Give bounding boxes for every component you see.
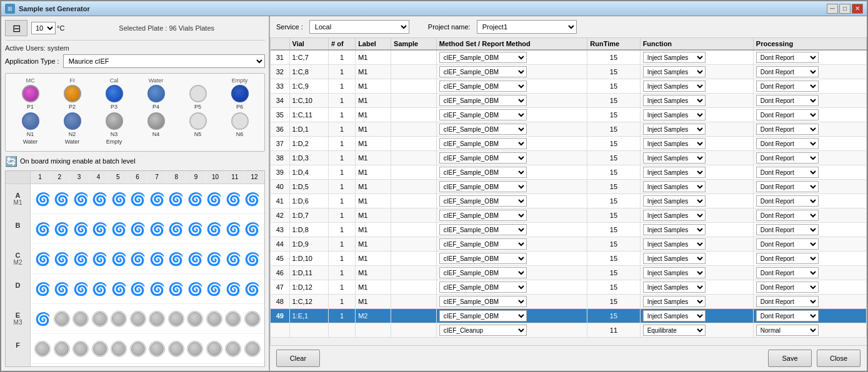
function-dropdown[interactable]: Inject Samples	[643, 253, 706, 264]
method-dropdown[interactable]: cIEF_Sample_OBM	[439, 310, 527, 321]
function-dropdown[interactable]: Inject Samples	[643, 281, 706, 293]
cell-processing[interactable]: Dont Report	[753, 108, 866, 122]
method-dropdown[interactable]: cIEF_Sample_OBM	[439, 167, 527, 178]
well-d11[interactable]: 🌀	[225, 281, 241, 297]
well-c10[interactable]: 🌀	[206, 251, 222, 267]
table-row[interactable]: 351:C,111M1cIEF_Sample_OBM15Inject Sampl…	[271, 108, 867, 122]
cell-processing[interactable]: Dont Report	[753, 252, 866, 266]
well-f2[interactable]	[54, 341, 70, 357]
method-dropdown[interactable]: cIEF_Sample_OBM	[439, 253, 527, 264]
well-f6[interactable]	[130, 341, 146, 357]
function-dropdown[interactable]: Inject Samples	[643, 195, 706, 207]
cell-method[interactable]: cIEF_Sample_OBM	[436, 180, 587, 194]
cell-processing[interactable]: Dont Report	[753, 208, 866, 223]
well-d2[interactable]: 🌀	[54, 281, 70, 297]
well-a7[interactable]: 🌀	[149, 191, 165, 207]
method-dropdown[interactable]: cIEF_Sample_OBM	[439, 124, 527, 135]
method-dropdown[interactable]: cIEF_Sample_OBM	[439, 224, 527, 235]
function-dropdown[interactable]: Equilibrate	[643, 325, 706, 336]
cell-processing[interactable]: Dont Report	[753, 50, 866, 65]
well-f7[interactable]	[149, 341, 165, 357]
well-a2[interactable]: 🌀	[54, 191, 70, 207]
cell-function[interactable]: Inject Samples	[640, 266, 753, 280]
well-a12[interactable]: 🌀	[244, 191, 261, 207]
well-c1[interactable]: 🌀	[34, 251, 51, 267]
function-dropdown[interactable]: Inject Samples	[643, 267, 706, 278]
method-dropdown[interactable]: cIEF_Sample_OBM	[439, 138, 527, 149]
cell-processing[interactable]: Dont Report	[753, 79, 866, 94]
cell-method[interactable]: cIEF_Sample_OBM	[436, 108, 587, 122]
processing-dropdown[interactable]: Dont Report	[756, 66, 819, 77]
well-c9[interactable]: 🌀	[187, 251, 203, 267]
well-d4[interactable]: 🌀	[92, 281, 108, 297]
processing-dropdown[interactable]: Dont Report	[756, 124, 819, 135]
well-c8[interactable]: 🌀	[168, 251, 184, 267]
well-b10[interactable]: 🌀	[206, 221, 222, 237]
cell-processing[interactable]: Dont Report	[753, 165, 866, 180]
app-type-select[interactable]: Maurice cIEF Maurice CE-SDS iCE3	[63, 54, 265, 68]
cell-processing[interactable]: Dont Report	[753, 151, 866, 165]
cell-function[interactable]: Inject Samples	[640, 280, 753, 295]
processing-dropdown[interactable]: Dont Report	[756, 195, 819, 207]
table-row[interactable]: 371:D,21M1cIEF_Sample_OBM15Inject Sample…	[271, 137, 867, 151]
clear-button[interactable]: Clear	[276, 350, 320, 367]
well-e9[interactable]	[187, 311, 203, 327]
processing-dropdown[interactable]: Dont Report	[756, 224, 819, 235]
function-dropdown[interactable]: Inject Samples	[643, 52, 706, 63]
well-a5[interactable]: 🌀	[111, 191, 127, 207]
well-b6[interactable]: 🌀	[130, 221, 146, 237]
processing-dropdown[interactable]: Dont Report	[756, 109, 819, 120]
method-dropdown[interactable]: cIEF_Sample_OBM	[439, 109, 527, 120]
processing-dropdown[interactable]: Dont Report	[756, 167, 819, 178]
well-d12[interactable]: 🌀	[244, 281, 261, 297]
cell-method[interactable]: cIEF_Sample_OBM	[436, 237, 587, 252]
close-window-button[interactable]: ✕	[852, 4, 863, 14]
well-e5[interactable]	[111, 311, 127, 327]
well-d6[interactable]: 🌀	[130, 281, 146, 297]
well-c2[interactable]: 🌀	[54, 251, 70, 267]
cell-function[interactable]: Inject Samples	[640, 137, 753, 151]
function-dropdown[interactable]: Inject Samples	[643, 109, 706, 120]
processing-dropdown[interactable]: Dont Report	[756, 281, 819, 293]
save-button[interactable]: Save	[768, 350, 812, 367]
cell-function[interactable]: Inject Samples	[640, 180, 753, 194]
project-select[interactable]: Project1 Project2	[477, 20, 577, 34]
method-dropdown[interactable]: cIEF_Sample_OBM	[439, 52, 527, 63]
cell-function[interactable]: Inject Samples	[640, 108, 753, 122]
well-e12[interactable]	[244, 311, 261, 327]
cell-method[interactable]: cIEF_Sample_OBM	[436, 309, 587, 323]
well-f11[interactable]	[225, 341, 241, 357]
well-e10[interactable]	[206, 311, 222, 327]
cell-processing[interactable]: Dont Report	[753, 237, 866, 252]
function-dropdown[interactable]: Inject Samples	[643, 138, 706, 149]
well-c6[interactable]: 🌀	[130, 251, 146, 267]
table-row[interactable]: 471:D,121M1cIEF_Sample_OBM15Inject Sampl…	[271, 280, 867, 295]
well-f8[interactable]	[168, 341, 184, 357]
well-e6[interactable]	[130, 311, 146, 327]
service-select[interactable]: Local Remote	[309, 20, 409, 34]
function-dropdown[interactable]: Inject Samples	[643, 210, 706, 221]
cell-function[interactable]: Inject Samples	[640, 165, 753, 180]
table-row[interactable]: 361:D,11M1cIEF_Sample_OBM15Inject Sample…	[271, 122, 867, 137]
cell-processing[interactable]: Dont Report	[753, 266, 866, 280]
method-dropdown[interactable]: cIEF_Cleanup	[439, 325, 527, 336]
method-dropdown[interactable]: cIEF_Sample_OBM	[439, 281, 527, 293]
cell-method[interactable]: cIEF_Sample_OBM	[436, 194, 587, 208]
processing-dropdown[interactable]: Dont Report	[756, 95, 819, 106]
cell-processing[interactable]: Dont Report	[753, 65, 866, 79]
processing-dropdown[interactable]: Dont Report	[756, 267, 819, 278]
function-dropdown[interactable]: Inject Samples	[643, 296, 706, 307]
well-d3[interactable]: 🌀	[72, 281, 89, 297]
table-row[interactable]: 481:C,121M1cIEF_Sample_OBM15Inject Sampl…	[271, 295, 867, 309]
well-f1[interactable]	[34, 341, 51, 357]
table-row[interactable]: 491:E,11M2cIEF_Sample_OBM15Inject Sample…	[271, 309, 867, 323]
minimize-button[interactable]: ─	[827, 4, 838, 14]
well-c4[interactable]: 🌀	[92, 251, 108, 267]
function-dropdown[interactable]: Inject Samples	[643, 124, 706, 135]
processing-dropdown[interactable]: Dont Report	[756, 52, 819, 63]
cell-method[interactable]: cIEF_Sample_OBM	[436, 165, 587, 180]
function-dropdown[interactable]: Inject Samples	[643, 66, 706, 77]
well-a9[interactable]: 🌀	[187, 191, 203, 207]
cell-processing[interactable]: Dont Report	[753, 309, 866, 323]
well-c12[interactable]: 🌀	[244, 251, 261, 267]
